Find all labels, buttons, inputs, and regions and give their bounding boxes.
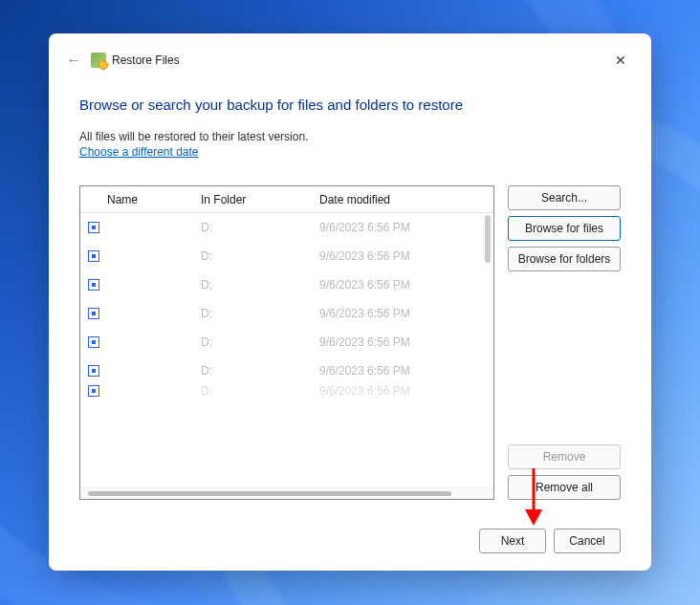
file-icon xyxy=(88,385,99,397)
search-button[interactable]: Search... xyxy=(508,185,621,210)
subtext: All files will be restored to their late… xyxy=(79,130,621,143)
side-button-panel: Search... Browse for files Browse for fo… xyxy=(508,185,621,500)
table-row[interactable]: D:9/6/2023 6:56 PM xyxy=(80,270,493,299)
table-row[interactable]: D:9/6/2023 6:56 PM xyxy=(80,242,493,270)
table-row[interactable]: D:9/6/2023 6:56 PM xyxy=(80,299,493,328)
footer: Next Cancel xyxy=(79,529,621,553)
column-date[interactable]: Date modified xyxy=(319,193,482,206)
row-folder: D: xyxy=(201,249,319,263)
restore-app-icon xyxy=(91,53,106,68)
choose-date-link[interactable]: Choose a different date xyxy=(79,145,621,159)
row-date: 9/6/2023 6:56 PM xyxy=(319,221,482,234)
row-date: 9/6/2023 6:56 PM xyxy=(319,278,482,292)
table-row[interactable]: D:9/6/2023 6:56 PM xyxy=(80,328,493,357)
page-heading: Browse or search your backup for files a… xyxy=(79,97,621,113)
file-icon xyxy=(88,336,99,348)
cancel-button[interactable]: Cancel xyxy=(554,529,621,553)
list-header: Name In Folder Date modified xyxy=(80,186,493,213)
back-arrow-icon[interactable]: ← xyxy=(66,52,81,69)
main-area: Name In Folder Date modified D:9/6/2023 … xyxy=(79,185,621,500)
row-folder: D: xyxy=(201,335,319,349)
titlebar: ← Restore Files ✕ xyxy=(66,47,634,74)
row-folder: D: xyxy=(201,221,319,234)
row-date: 9/6/2023 6:56 PM xyxy=(319,364,482,378)
row-date: 9/6/2023 6:56 PM xyxy=(319,249,482,263)
table-row[interactable]: D:9/6/2023 6:56 PM xyxy=(80,213,493,242)
table-row[interactable]: D:9/6/2023 6:56 PM xyxy=(80,357,493,385)
window-title: Restore Files xyxy=(112,54,180,67)
horizontal-scrollbar[interactable] xyxy=(80,487,493,499)
row-folder: D: xyxy=(201,364,319,378)
file-icon xyxy=(88,222,99,233)
table-row[interactable]: D:9/6/2023 6:56 PM xyxy=(80,385,493,397)
file-icon xyxy=(88,279,99,291)
row-date: 9/6/2023 6:56 PM xyxy=(319,307,482,320)
row-folder: D: xyxy=(201,307,319,320)
browse-files-button[interactable]: Browse for files xyxy=(508,216,621,241)
horizontal-scroll-thumb[interactable] xyxy=(88,491,451,496)
remove-all-button[interactable]: Remove all xyxy=(508,475,621,500)
file-list: Name In Folder Date modified D:9/6/2023 … xyxy=(79,185,494,500)
vertical-scroll-thumb[interactable] xyxy=(485,215,491,263)
column-name[interactable]: Name xyxy=(80,193,201,206)
file-icon xyxy=(88,365,99,377)
file-icon xyxy=(88,250,99,262)
close-button[interactable]: ✕ xyxy=(607,47,634,74)
row-date: 9/6/2023 6:56 PM xyxy=(319,335,482,349)
browse-folders-button[interactable]: Browse for folders xyxy=(508,247,621,271)
column-folder[interactable]: In Folder xyxy=(201,193,319,206)
row-folder: D: xyxy=(201,278,319,292)
content-area: Browse or search your backup for files a… xyxy=(66,74,634,553)
restore-files-dialog: ← Restore Files ✕ Browse or search your … xyxy=(49,33,651,571)
next-button[interactable]: Next xyxy=(479,529,546,553)
list-body[interactable]: D:9/6/2023 6:56 PMD:9/6/2023 6:56 PMD:9/… xyxy=(80,213,493,487)
file-icon xyxy=(88,308,99,319)
remove-button: Remove xyxy=(508,444,621,469)
